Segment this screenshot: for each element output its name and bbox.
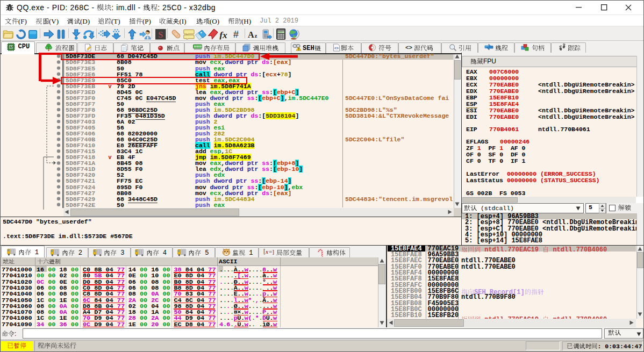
svg-text:=]: =] [269,248,274,255]
svg-text:x: x [265,249,268,255]
